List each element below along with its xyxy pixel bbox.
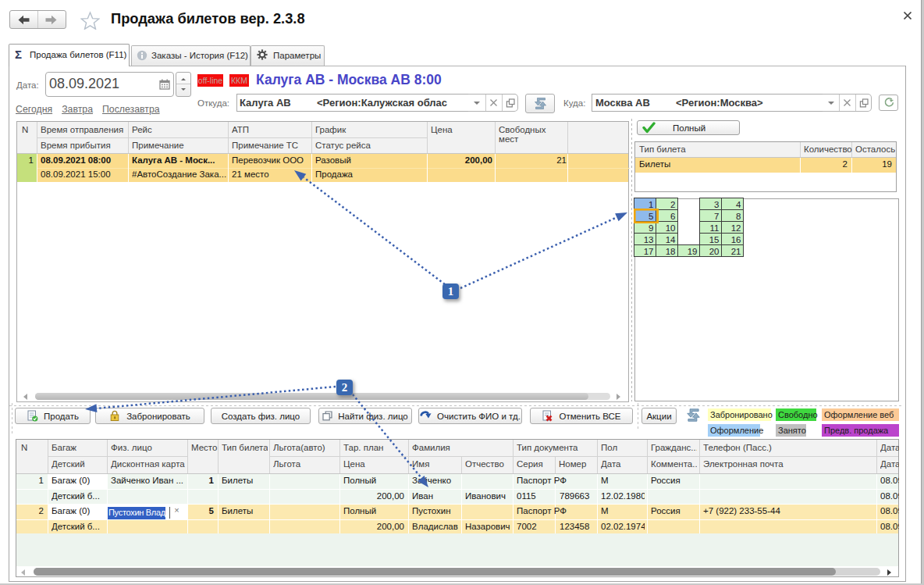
- svg-text:2: 2: [670, 200, 675, 209]
- svg-text:3: 3: [714, 200, 719, 209]
- svg-text:10: 10: [666, 223, 676, 233]
- svg-text:14: 14: [666, 235, 676, 244]
- svg-text:4: 4: [736, 200, 741, 209]
- svg-text:17: 17: [644, 247, 654, 256]
- svg-text:16: 16: [731, 235, 741, 244]
- svg-text:7: 7: [714, 212, 719, 221]
- svg-text:6: 6: [670, 212, 675, 221]
- svg-text:5: 5: [649, 212, 653, 221]
- svg-text:11: 11: [710, 223, 720, 233]
- svg-text:19: 19: [688, 247, 698, 256]
- svg-text:15: 15: [709, 235, 720, 244]
- svg-text:18: 18: [666, 247, 676, 256]
- svg-text:13: 13: [644, 235, 654, 244]
- svg-text:21: 21: [731, 247, 741, 256]
- svg-text:20: 20: [709, 247, 720, 256]
- svg-text:9: 9: [649, 223, 653, 233]
- svg-text:8: 8: [736, 212, 741, 221]
- svg-text:1: 1: [649, 200, 653, 209]
- svg-text:12: 12: [731, 223, 741, 233]
